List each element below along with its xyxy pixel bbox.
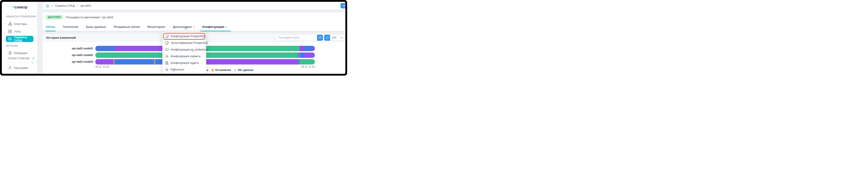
sidebar-item-label: Операции [14, 51, 27, 55]
menu-item-label: Конфигурация аудита [170, 61, 199, 65]
logo-caret: ^ [12, 5, 14, 9]
cloud-gear-icon [165, 48, 169, 51]
legend-label: Остановлен [215, 69, 231, 72]
refresh-group: 15с [324, 35, 345, 41]
sidebar-section-objects: ОБЪЕКТЫ УПРАВЛЕНИЯ [6, 15, 36, 18]
menu-item[interactable]: Конфигурация аудита [163, 60, 205, 66]
status-badge: ДОСТУПЕН [46, 15, 63, 20]
tab-label: Диагностика [173, 25, 192, 29]
legend-item: Нет данных [235, 69, 253, 72]
timeline-segment-purple[interactable] [95, 59, 114, 65]
app-screen: ^ спектр ОБЪЕКТЫ УПРАВЛЕНИЯ Кластеры Узл… [2, 2, 345, 74]
node-label: spr-da01-node02 [42, 53, 95, 57]
menu-item-label: Конфигурация pg_probackup [171, 48, 208, 51]
operations-icon [8, 51, 12, 55]
tab-label: Обзор [46, 25, 55, 29]
menu-item[interactable]: Конфигурация сервиса [163, 53, 205, 60]
refresh-interval-value: 15с [332, 36, 337, 39]
node-label: spr-da01-node01 [42, 47, 95, 50]
tab[interactable]: Конфигурации [203, 25, 227, 31]
sidebar: ^ спектр ОБЪЕКТЫ УПРАВЛЕНИЯ Кластеры Узл… [2, 2, 37, 73]
sidebar-item[interactable]: Сервисы СУБД [6, 36, 33, 42]
menu-item-label: Конфигурация сервиса [170, 55, 200, 58]
menu-item[interactable]: Аутентификация PostgreSQL [163, 40, 205, 46]
sidebar-item-label: Сервисы СУБД [14, 36, 33, 42]
sidebar-item[interactable]: Узлы [4, 28, 35, 35]
timeline-segment-blue[interactable] [300, 52, 304, 58]
legend-items: Остановлен Нет данных [212, 69, 254, 72]
sidebar-item[interactable]: Статус Спектра [4, 55, 35, 61]
timeline-segment-blue[interactable] [115, 59, 154, 65]
menu-item-label: PgBouncer [170, 68, 184, 71]
legend-partial-label: е [207, 69, 208, 72]
tab[interactable]: Топология [63, 25, 79, 31]
service-status-row: ДОСТУПЕН Площадка по-умолчанию / spr-da0… [42, 12, 345, 20]
tab[interactable]: Резервные копии [114, 25, 140, 31]
clusters-icon [8, 22, 12, 26]
check-icon [31, 57, 35, 60]
tab-label: Резервные копии [114, 25, 140, 29]
home-icon[interactable] [46, 4, 50, 7]
sidebar-section-history: ИСТОРИЯ [6, 45, 18, 47]
breadcrumb: Сервисы СУБД spr-da01 [42, 2, 345, 9]
tab[interactable]: Мониторинг [147, 25, 165, 31]
tab-label: Мониторинг [147, 25, 165, 29]
sidebar-item-label: Узлы [14, 30, 21, 33]
postgresql-icon [165, 41, 169, 45]
db-gear-icon [8, 37, 12, 41]
refresh-interval-select[interactable]: 15с [330, 35, 345, 41]
menu-item-label: Аутентификация PostgreSQL [171, 41, 209, 44]
chevron-right-icon [76, 5, 78, 7]
tab[interactable]: Обзор [46, 25, 55, 31]
timeline-segment-blue[interactable] [95, 46, 115, 51]
tab[interactable]: Диагностика [173, 25, 195, 31]
menu-item-label: Конфигурация PostgreSQL [171, 35, 205, 38]
sidebar-item-label: Кластеры [14, 22, 27, 26]
axis-start-time: 25.11 11:43 [95, 65, 109, 68]
menu-item[interactable]: Конфигурация PostgreSQL [163, 33, 205, 40]
chevron-left-icon [32, 62, 33, 64]
refresh-icon [326, 36, 329, 39]
chevron-down-icon [193, 26, 195, 28]
person-icon [8, 66, 12, 70]
history-controls: 15с [276, 35, 345, 41]
menu-item[interactable]: PgBouncer [163, 66, 205, 73]
chevron-right-icon [52, 5, 53, 7]
breadcrumb-item-services[interactable]: Сервисы СУБД [55, 4, 74, 7]
legend-swatch [212, 69, 214, 72]
logo-text: спектр [14, 5, 27, 9]
postgresql-icon [165, 34, 169, 38]
timeline-segment-purple[interactable] [304, 52, 313, 58]
tab-label: Конфигурации [203, 25, 224, 29]
screenshot-frame: ^ спектр ОБЪЕКТЫ УПРАВЛЕНИЯ Кластеры Узл… [0, 0, 347, 76]
tab-label: Базы данных [86, 25, 106, 29]
date-range-input[interactable] [276, 35, 317, 41]
legend: е Остановлен Нет данных [207, 69, 254, 72]
tab-label: Топология [63, 25, 79, 29]
sidebar-item[interactable]: Кластеры [4, 21, 35, 27]
legend-swatch [235, 69, 236, 72]
login-button[interactable] [340, 3, 345, 8]
sidebar-item-settings[interactable]: Настройки [4, 65, 35, 71]
refresh-button[interactable] [324, 35, 330, 41]
timeline-segment-purple[interactable] [300, 46, 304, 51]
sidebar-collapse-button[interactable] [31, 61, 34, 65]
timeline-segment-purple[interactable] [298, 52, 300, 58]
service-card: ДОСТУПЕН Площадка по-умолчанию / spr-da0… [42, 12, 345, 31]
calendar-button[interactable] [317, 35, 323, 41]
timeline-segment-blue[interactable] [313, 52, 315, 58]
timeline-segment-green[interactable] [300, 59, 315, 65]
sidebar-settings-label: Настройки [14, 66, 28, 70]
timeline-segment-purple[interactable] [313, 46, 315, 51]
node-label: spr-da01-node03 [42, 60, 95, 63]
chevron-down-icon [341, 37, 343, 38]
menu-item[interactable]: Конфигурация pg_probackup [163, 46, 205, 53]
configurations-dropdown: Конфигурация PostgreSQL Аутентификация P… [162, 32, 206, 74]
axis-end-time: 26.11 11:43 [301, 65, 315, 68]
chevron-down-icon [225, 26, 227, 28]
tab[interactable]: Базы данных [86, 25, 106, 31]
calendar-icon [319, 36, 321, 39]
timeline-segment-blue[interactable] [304, 46, 313, 51]
gear-icon [165, 54, 169, 58]
breadcrumb-item-service-name: spr-da01 [80, 4, 91, 7]
